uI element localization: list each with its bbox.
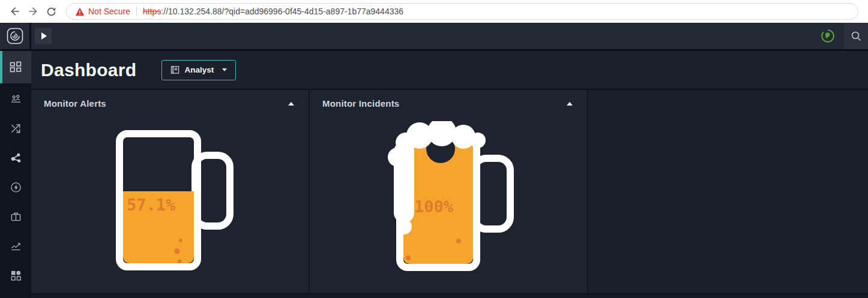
empty-dashboard-area xyxy=(588,90,868,293)
sidebar-item-connections[interactable] xyxy=(0,143,31,173)
app-topbar xyxy=(0,23,868,51)
refresh-icon xyxy=(46,6,57,17)
line-chart-icon xyxy=(10,240,22,252)
browser-forward-button[interactable] xyxy=(24,2,42,20)
browser-refresh-button[interactable] xyxy=(42,2,60,20)
sidebar-item-insights[interactable] xyxy=(0,173,31,202)
browser-back-button[interactable] xyxy=(6,2,24,20)
back-arrow-icon xyxy=(9,5,21,17)
not-secure-label: Not Secure xyxy=(88,7,130,16)
sidebar-item-routing[interactable] xyxy=(0,114,31,143)
panel-title: Monitor Incidents xyxy=(322,98,399,109)
panel-body: 100% xyxy=(310,117,587,293)
sidebar-item-dashboards[interactable] xyxy=(0,51,31,83)
chevron-down-icon xyxy=(222,68,227,71)
panel-monitor-alerts: Monitor Alerts 57.1% xyxy=(31,90,310,293)
sidebar-item-apps[interactable] xyxy=(0,261,31,290)
left-sidebar xyxy=(0,51,31,298)
sidebar-item-reports[interactable] xyxy=(0,231,31,261)
share-nodes-icon xyxy=(10,152,22,164)
play-triangle-icon xyxy=(41,32,47,40)
security-warning-icon xyxy=(75,7,85,16)
bottom-strip xyxy=(31,293,868,298)
collapse-caret-icon[interactable] xyxy=(567,102,573,106)
url-scheme-struck: https xyxy=(143,7,161,16)
bolt-circle-icon xyxy=(10,182,22,193)
panel-title: Monitor Alerts xyxy=(44,98,106,109)
topbar-spacer xyxy=(52,23,812,49)
collapse-caret-icon[interactable] xyxy=(288,102,294,106)
browser-toolbar: Not Secure https://10.132.254.88/?qid=ad… xyxy=(0,0,868,23)
panel-header: Monitor Incidents xyxy=(310,90,587,117)
audience-icon xyxy=(10,94,22,105)
brand-logo-button[interactable] xyxy=(0,23,31,49)
sidebar-item-cases[interactable] xyxy=(0,202,31,231)
role-selector-label: Analyst xyxy=(184,65,214,74)
search-icon xyxy=(850,30,862,42)
forward-arrow-icon xyxy=(27,5,39,17)
gauge-value-label: 57.1% xyxy=(127,195,176,214)
role-selector-button[interactable]: Analyst xyxy=(161,60,236,80)
panel-body: 57.1% xyxy=(31,117,309,293)
omnibox-divider xyxy=(136,7,137,16)
gauge-value-label: 100% xyxy=(414,197,454,216)
beer-mug-gauge-alerts: 57.1% xyxy=(116,130,236,271)
panel-monitor-incidents: Monitor Incidents xyxy=(310,90,588,293)
beer-mug-gauge-incidents: 100% xyxy=(375,121,519,271)
address-bar[interactable]: Not Secure https://10.132.254.88/?qid=ad… xyxy=(66,3,858,20)
layout-book-icon xyxy=(170,65,179,74)
status-green-icon xyxy=(820,28,836,44)
search-button[interactable] xyxy=(844,23,868,49)
shuffle-arrows-icon xyxy=(10,123,22,134)
briefcase-icon xyxy=(10,211,22,222)
brand-logo-icon xyxy=(7,28,23,44)
panel-header: Monitor Alerts xyxy=(31,90,309,117)
apps-grid-icon xyxy=(10,270,22,281)
url-rest: ://10.132.254.88/?qid=add96996-0f45-4d15… xyxy=(161,7,403,16)
page-url: https://10.132.254.88/?qid=add96996-0f45… xyxy=(143,7,403,16)
dashboard-grid-icon xyxy=(10,61,22,73)
expand-menu-button[interactable] xyxy=(35,28,52,44)
connection-status-button[interactable] xyxy=(820,28,836,44)
sidebar-item-audience[interactable] xyxy=(0,85,31,114)
page-title: Dashboard xyxy=(41,60,136,80)
page-header: Dashboard Analyst xyxy=(31,51,868,90)
